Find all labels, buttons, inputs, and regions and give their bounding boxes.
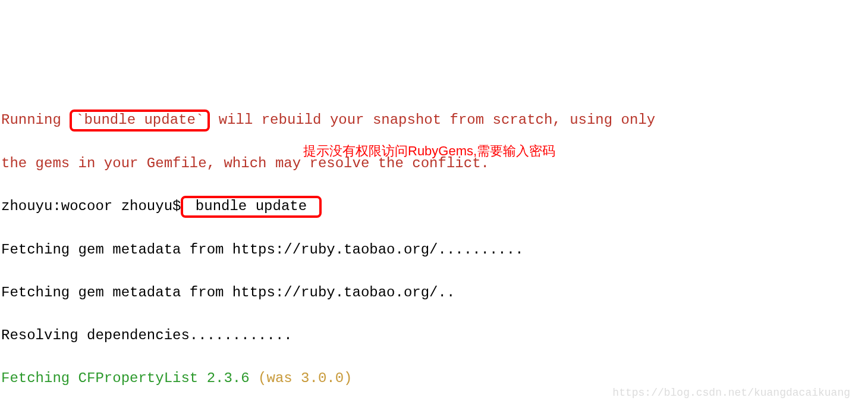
fetching-green: Fetching CFPropertyList 2.3.6 (1, 370, 258, 386)
bundle-update-highlight-1: `bundle update` (70, 109, 210, 132)
shell-prompt: zhouyu:wocoor zhouyu$ (1, 198, 181, 214)
running-suffix: will rebuild your snapshot from scratch,… (210, 112, 655, 128)
bundle-update-highlight-2: bundle update (181, 196, 321, 218)
terminal-output: Running `bundle update` will rebuild you… (0, 86, 868, 413)
running-prefix: Running (1, 112, 70, 128)
annotation-text: 提示没有权限访问RubyGems,需要输入密码 (303, 141, 555, 161)
fetch-line-1: Fetching gem metadata from https://ruby.… (1, 239, 867, 261)
fetch-line-2: Fetching gem metadata from https://ruby.… (1, 282, 867, 304)
watermark-text: https://blog.csdn.net/kuangdacaikuang (612, 385, 850, 401)
running-line1: Running `bundle update` will rebuild you… (1, 109, 867, 132)
prompt-line: zhouyu:wocoor zhouyu$ bundle update (1, 196, 867, 218)
resolving-line: Resolving dependencies............ (1, 325, 867, 346)
fetching-version: (was 3.0.0) (258, 370, 352, 386)
